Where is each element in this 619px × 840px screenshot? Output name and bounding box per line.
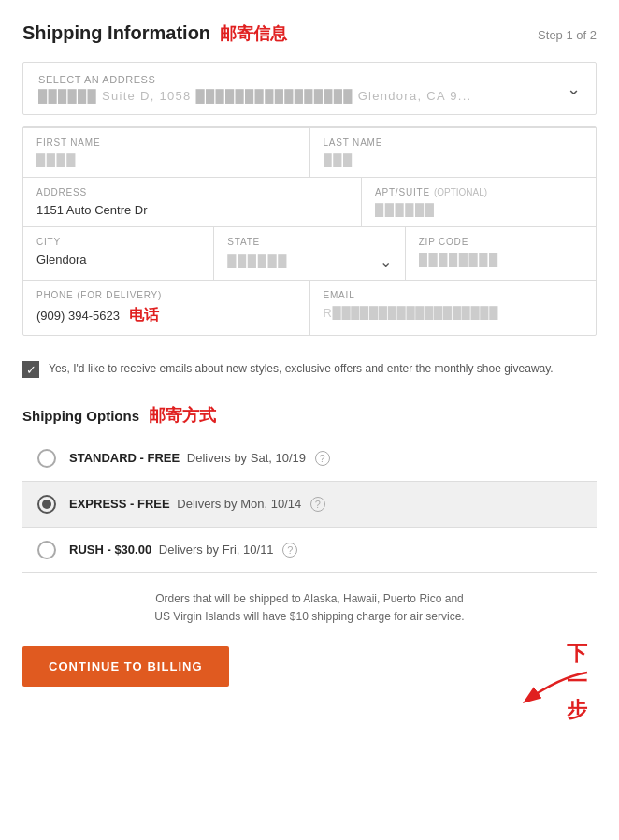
rush-option-name: RUSH - $30.00 [69,543,151,557]
standard-help-icon[interactable]: ? [315,451,330,466]
first-name-value: ████ [36,153,296,167]
email-field[interactable]: EMAIL R██████████████████ [310,281,597,335]
city-label: CITY [36,237,200,247]
city-value: Glendora [36,253,200,267]
checkbox-checkmark: ✓ [24,361,37,378]
last-name-field[interactable]: LAST NAME ███ [310,128,597,177]
address-selector-card: SELECT AN ADDRESS ██████ Suite D, 1058 █… [22,62,597,115]
zip-code-value: ████████ [419,253,583,267]
arrow-annotation [512,668,597,715]
rush-help-icon[interactable]: ? [282,543,297,558]
address-value: 1151 Auto Centre Dr [36,203,348,217]
bottom-row: CONTINUE TO BILLING 下一步 [22,639,597,715]
first-name-label: FIRST NAME [36,138,296,148]
express-option-text: EXPRESS - FREE Delivers by Mon, 10/14 ? [69,497,325,513]
state-field[interactable]: STATE ██████ ⌄ [214,227,405,280]
last-name-label: LAST NAME [324,138,583,148]
rush-option-text: RUSH - $30.00 Delivers by Fri, 10/11 ? [69,543,297,558]
shipping-notice: Orders that will be shipped to Alaska, H… [22,590,597,626]
shipping-option-express[interactable]: EXPRESS - FREE Delivers by Mon, 10/14 ? [22,482,597,528]
state-label: STATE [227,237,391,247]
phone-value: (909) 394-5623 [36,309,120,323]
standard-option-text: STANDARD - FREE Delivers by Sat, 10/19 ? [69,451,330,467]
phone-field[interactable]: PHONE (FOR DELIVERY) (909) 394-5623 电话 [23,281,310,335]
page-title: Shipping Information [22,22,210,44]
email-opt-in-row: ✓ Yes, I'd like to receive emails about … [22,347,597,387]
last-name-value: ███ [324,153,583,167]
shipping-options-title: Shipping Options [22,408,139,424]
email-value: R██████████████████ [324,306,583,320]
shipping-option-rush[interactable]: RUSH - $30.00 Delivers by Fri, 10/11 ? [22,528,597,573]
address-selector-row[interactable]: SELECT AN ADDRESS ██████ Suite D, 1058 █… [23,63,596,114]
address-selector-value: ██████ Suite D, 1058 ████████████████ Gl… [38,89,471,103]
page-title-chinese: 邮寄信息 [220,22,287,45]
express-radio[interactable] [37,495,56,514]
page-header: Shipping Information 邮寄信息 Step 1 of 2 [22,22,597,45]
express-help-icon[interactable]: ? [310,497,325,512]
rush-option-detail: Delivers by Fri, 10/11 [159,543,274,557]
shipping-options-chinese: 邮寄方式 [149,404,216,427]
city-field[interactable]: CITY Glendora [23,227,214,280]
state-dropdown-chevron[interactable]: ⌄ [380,253,392,270]
address-selector-label: SELECT AN ADDRESS [38,74,471,85]
first-name-field[interactable]: FIRST NAME ████ [23,128,310,177]
phone-label: PHONE (FOR DELIVERY) [36,290,296,300]
apt-suite-label: APT/SUITE(OPTIONAL) [375,187,583,197]
shipping-options-header: Shipping Options 邮寄方式 [22,404,597,427]
rush-radio[interactable] [37,541,56,559]
standard-option-name: STANDARD - FREE [69,451,180,465]
phone-chinese-label: 电话 [129,306,159,326]
state-value: ██████ [227,254,288,268]
address-row: ADDRESS 1151 Auto Centre Dr APT/SUITE(OP… [23,177,596,226]
express-option-detail: Delivers by Mon, 10/14 [177,497,301,511]
continue-to-billing-button[interactable]: CONTINUE TO BILLING [22,646,229,687]
phone-email-row: PHONE (FOR DELIVERY) (909) 394-5623 电话 E… [23,280,596,335]
step-indicator: Step 1 of 2 [538,28,597,42]
shipping-option-standard[interactable]: STANDARD - FREE Delivers by Sat, 10/19 ? [22,436,597,482]
apt-suite-field[interactable]: APT/SUITE(OPTIONAL) ██████ [362,178,596,226]
name-row: FIRST NAME ████ LAST NAME ███ [23,127,596,177]
address-dropdown-chevron[interactable]: ⌄ [567,79,581,99]
shipping-form-card: FIRST NAME ████ LAST NAME ███ ADDRESS 11… [22,126,597,336]
express-option-name: EXPRESS - FREE [69,497,170,511]
zip-code-label: ZIP CODE [419,237,583,247]
apt-suite-value: ██████ [375,203,583,217]
address-field[interactable]: ADDRESS 1151 Auto Centre Dr [23,178,362,226]
address-label: ADDRESS [36,187,348,197]
standard-option-detail: Delivers by Sat, 10/19 [187,451,306,465]
email-opt-in-text: Yes, I'd like to receive emails about ne… [49,360,554,377]
email-label: EMAIL [324,290,583,300]
zip-code-field[interactable]: ZIP CODE ████████ [406,227,596,280]
email-opt-in-checkbox[interactable]: ✓ [22,361,39,378]
shipping-options-section: Shipping Options 邮寄方式 STANDARD - FREE De… [22,404,597,573]
standard-radio[interactable] [37,449,56,468]
express-radio-dot [42,500,51,509]
city-state-zip-row: CITY Glendora STATE ██████ ⌄ ZIP CODE ██… [23,226,596,280]
